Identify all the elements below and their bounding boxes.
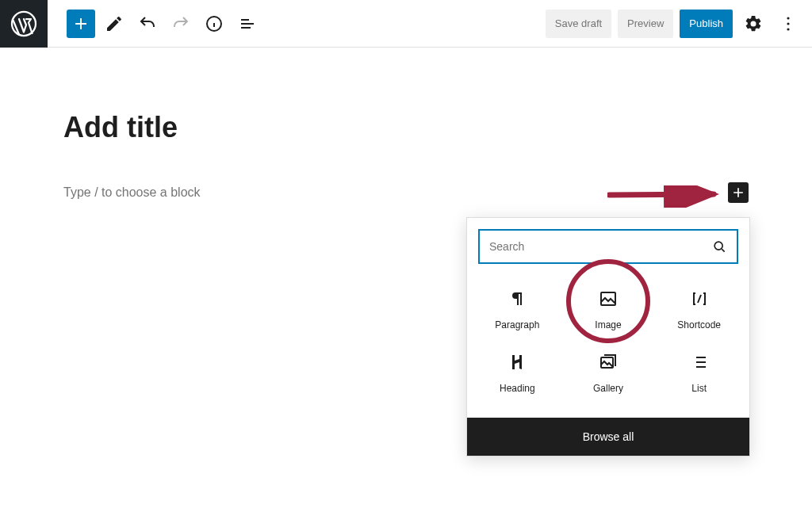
browse-all-button[interactable]: Browse all [467, 418, 749, 456]
undo-button[interactable] [133, 10, 162, 38]
toolbar-right: Save draft Preview Publish [546, 10, 812, 38]
heading-icon [508, 353, 527, 372]
undo-icon [138, 14, 157, 33]
outline-button[interactable] [233, 10, 262, 38]
more-options-button[interactable] [774, 10, 802, 38]
edit-mode-button[interactable] [100, 10, 128, 38]
redo-icon [171, 14, 190, 33]
plus-icon [71, 14, 90, 33]
paragraph-icon [508, 289, 527, 308]
search-input[interactable] [489, 240, 711, 253]
gear-icon [744, 14, 763, 33]
block-paragraph[interactable]: Paragraph [472, 278, 563, 342]
block-shortcode[interactable]: Shortcode [653, 278, 745, 342]
outline-icon [238, 14, 257, 33]
editor-canvas: Type / to choose a block [0, 48, 812, 203]
block-heading[interactable]: Heading [472, 342, 563, 405]
image-icon [599, 289, 618, 308]
kebab-icon [779, 14, 798, 33]
block-list[interactable]: List [653, 342, 745, 405]
svg-point-2 [787, 17, 789, 19]
list-icon [690, 353, 709, 372]
block-inserter-popover: Paragraph Image Shortcode Heading Galler… [466, 217, 750, 457]
svg-point-4 [787, 28, 789, 30]
block-label: List [691, 383, 707, 394]
block-gallery[interactable]: Gallery [563, 342, 654, 405]
block-label: Gallery [593, 383, 623, 394]
search-icon [711, 239, 727, 254]
shortcode-icon [690, 289, 709, 308]
add-block-toolbar-button[interactable] [67, 10, 95, 38]
wordpress-icon [10, 10, 38, 38]
block-label: Image [595, 319, 621, 330]
block-label: Paragraph [495, 319, 539, 330]
info-icon [205, 14, 224, 33]
block-grid: Paragraph Image Shortcode Heading Galler… [467, 275, 749, 418]
block-prompt-text[interactable]: Type / to choose a block [63, 185, 201, 200]
save-draft-button[interactable]: Save draft [546, 10, 611, 38]
editor-topbar: Save draft Preview Publish [0, 0, 812, 48]
publish-button[interactable]: Publish [680, 10, 733, 38]
inserter-search-wrapper [467, 218, 749, 275]
pencil-icon [105, 14, 124, 33]
plus-icon [730, 185, 746, 201]
block-label: Shortcode [677, 319, 721, 330]
svg-point-7 [714, 242, 722, 250]
post-title-input[interactable] [63, 111, 749, 144]
redo-button[interactable] [167, 10, 195, 38]
block-label: Heading [500, 383, 535, 394]
preview-button[interactable]: Preview [618, 10, 673, 38]
block-image[interactable]: Image [563, 278, 654, 342]
settings-button[interactable] [739, 10, 768, 38]
gallery-icon [599, 353, 618, 372]
info-button[interactable] [200, 10, 228, 38]
block-placeholder-row: Type / to choose a block [63, 182, 749, 203]
inserter-search-box[interactable] [478, 229, 738, 264]
svg-point-3 [787, 22, 789, 25]
toolbar-left [67, 10, 262, 38]
wordpress-logo[interactable] [0, 0, 48, 48]
inline-add-block-button[interactable] [728, 182, 749, 203]
